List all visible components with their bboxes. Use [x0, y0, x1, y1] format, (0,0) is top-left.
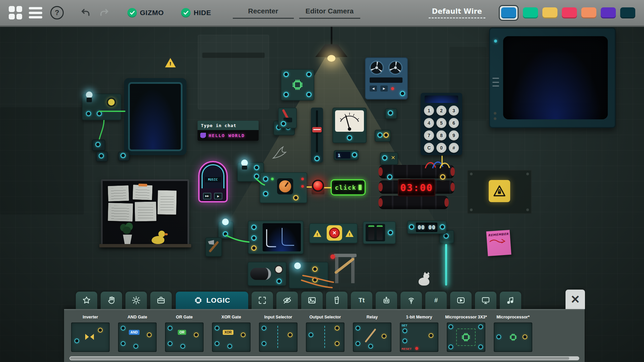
port-icon[interactable]: [223, 231, 228, 237]
tab-hidden[interactable]: [276, 292, 298, 309]
small-lamp-gadget[interactable]: [218, 221, 233, 239]
item-card-input-selector[interactable]: Input Selector: [256, 312, 300, 352]
tab-robots[interactable]: [376, 292, 397, 309]
wire-color-swatch[interactable]: [601, 7, 616, 18]
keypad-gadget[interactable]: 1 2 3 4 5 6 7 8 9 C 0 #: [421, 93, 462, 155]
tab-frames[interactable]: [252, 292, 273, 309]
port-icon[interactable]: [440, 174, 445, 180]
port-icon[interactable]: [97, 111, 102, 116]
jukebox[interactable]: MUSIC ▶▶ ▶: [198, 161, 228, 202]
help-button[interactable]: ?: [50, 6, 64, 19]
wire-node[interactable]: [118, 152, 129, 161]
layout-grid-button[interactable]: [9, 6, 22, 19]
keypad-key[interactable]: 0: [436, 143, 446, 153]
rotary-knob[interactable]: [279, 180, 291, 192]
keypad-key[interactable]: 1: [424, 106, 434, 116]
time-bomb[interactable]: 03:00: [379, 165, 454, 210]
wire-color-swatch[interactable]: [501, 7, 516, 18]
editor-camera-button[interactable]: Editor Camera: [299, 7, 360, 19]
click-neon-sign[interactable]: click: [331, 179, 366, 195]
keypad-key[interactable]: 7: [424, 130, 434, 140]
corkboard[interactable]: [101, 179, 189, 246]
item-card-or-gate[interactable]: OR Gate OR: [162, 312, 206, 352]
catapult-machine[interactable]: [332, 253, 358, 287]
yellow-button[interactable]: [107, 98, 116, 107]
battery-holder[interactable]: [363, 221, 396, 244]
port-icon[interactable]: [281, 121, 286, 126]
big-red-button[interactable]: [311, 180, 325, 194]
alarm-x-button[interactable]: ✕: [329, 228, 340, 238]
port-icon[interactable]: [312, 277, 318, 283]
port-icon[interactable]: [120, 153, 126, 158]
port-icon[interactable]: [443, 233, 449, 239]
tab-numbers[interactable]: #: [425, 292, 447, 309]
wire-color-swatch[interactable]: [620, 7, 635, 18]
rewind-button[interactable]: ◀: [370, 85, 377, 92]
redo-button[interactable]: [99, 7, 110, 18]
keypad-key[interactable]: 3: [449, 106, 459, 116]
wire-color-swatch[interactable]: [542, 7, 557, 18]
port-icon[interactable]: [263, 191, 268, 196]
port-icon[interactable]: [95, 142, 101, 147]
analog-meter[interactable]: [332, 108, 367, 143]
keypad-key[interactable]: 4: [424, 118, 434, 128]
item-card-relay[interactable]: Relay: [350, 312, 394, 352]
port-icon[interactable]: [251, 225, 257, 230]
item-card-1bit-memory[interactable]: 1-bit Memory SET RESET: [397, 312, 441, 352]
sticky-note[interactable]: REMEMBER: [486, 230, 512, 256]
lock-warning-sign[interactable]: [489, 180, 510, 202]
pinned-note[interactable]: [132, 185, 153, 200]
alarm-gadget[interactable]: ! ✕ !: [309, 223, 358, 243]
slider-gadget[interactable]: [311, 108, 323, 163]
scrollbar-handle[interactable]: [70, 357, 569, 360]
rotary-selector-gadget[interactable]: [260, 172, 307, 203]
motor-gadget[interactable]: [248, 262, 286, 286]
hide-toggle[interactable]: HIDE: [181, 8, 211, 17]
undo-button[interactable]: [80, 7, 91, 18]
hatchet-gadget[interactable]: [205, 237, 222, 257]
keypad-key[interactable]: 6: [449, 118, 459, 128]
port-icon[interactable]: [306, 92, 312, 97]
port-icon[interactable]: [263, 176, 268, 182]
tab-text[interactable]: Tt: [351, 292, 372, 309]
lever-switch[interactable]: [278, 108, 297, 128]
port-icon[interactable]: [400, 91, 405, 96]
port-icon[interactable]: [409, 224, 414, 230]
menu-list-button[interactable]: [29, 7, 42, 18]
wire-cross-node[interactable]: ✕: [380, 152, 398, 165]
port-icon[interactable]: [347, 135, 352, 140]
tab-hand[interactable]: [101, 292, 122, 309]
recenter-button[interactable]: Recenter: [233, 7, 294, 19]
glass-door-panel[interactable]: [124, 78, 186, 155]
keypad-key[interactable]: 5: [436, 118, 446, 128]
microchip-gadget[interactable]: [281, 69, 314, 101]
port-icon[interactable]: [254, 165, 259, 170]
item-card-microprocessor[interactable]: Microprocessor*: [491, 312, 535, 352]
potted-plant[interactable]: [119, 224, 136, 244]
wire-node[interactable]: [385, 108, 397, 119]
port-icon[interactable]: [312, 266, 318, 272]
item-card-inverter[interactable]: Inverter: [68, 312, 112, 352]
tab-logic[interactable]: LOGIC: [176, 292, 248, 309]
item-card-xor-gate[interactable]: XOR Gate XOR: [209, 312, 253, 352]
pinned-note[interactable]: [108, 203, 133, 222]
tab-favorites[interactable]: [76, 292, 97, 309]
close-panel-button[interactable]: ✕: [566, 290, 585, 309]
port-icon[interactable]: [99, 153, 104, 159]
crt-monitor[interactable]: [489, 27, 616, 128]
tab-screens[interactable]: [475, 292, 496, 309]
tab-signal[interactable]: [400, 292, 422, 309]
tab-tools[interactable]: [150, 292, 172, 309]
keypad-key[interactable]: 2: [436, 106, 446, 116]
port-icon[interactable]: [388, 230, 393, 235]
port-icon[interactable]: [254, 174, 259, 179]
item-card-and-gate[interactable]: AND Gate AND: [115, 312, 159, 352]
tab-props[interactable]: [326, 292, 347, 309]
pinned-note[interactable]: [108, 185, 129, 201]
pinned-note[interactable]: [157, 190, 176, 215]
port-icon[interactable]: [388, 110, 393, 116]
port-icon[interactable]: [283, 72, 289, 77]
oscilloscope-gadget[interactable]: [248, 221, 304, 254]
mini-display-gadget[interactable]: 1: [334, 150, 359, 160]
wire-node[interactable]: [92, 139, 105, 151]
